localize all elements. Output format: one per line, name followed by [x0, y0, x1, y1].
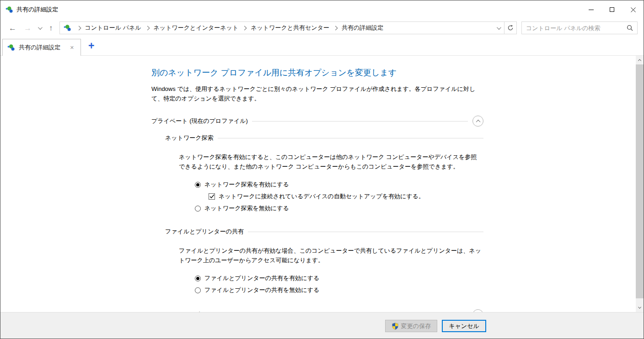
tab-icon [7, 44, 15, 51]
page-title: 別のネットワーク プロファイル用に共有オプションを変更します [151, 67, 483, 78]
cancel-label: キャンセル [449, 322, 479, 330]
search-input[interactable] [526, 25, 627, 32]
maximize-button[interactable] [601, 0, 623, 19]
save-label: 変更の保存 [401, 322, 431, 330]
checkbox-device-autosetup[interactable] [209, 193, 215, 200]
navigation-bar: ← → ↑ コントロール パネル ネットワークとインターネット ネットワークと共… [0, 19, 644, 37]
chevron-right-icon[interactable] [243, 26, 246, 30]
scroll-down-button[interactable] [636, 304, 644, 312]
section-title: プライベート (現在のプロファイル) [151, 117, 248, 125]
minimize-button[interactable] [580, 0, 601, 19]
radio-row-network-discovery-on[interactable]: ネットワーク探索を有効にする [195, 180, 483, 189]
main-content: 別のネットワーク プロファイル用に共有オプションを変更します Windows で… [0, 56, 644, 312]
recent-pages-button[interactable] [35, 26, 45, 30]
refresh-icon [507, 25, 514, 31]
window-title: 共有の詳細設定 [16, 5, 58, 14]
radio-row-file-sharing-off[interactable]: ファイルとプリンターの共有を無効にする [195, 286, 483, 294]
expand-guest-button[interactable] [472, 309, 483, 312]
radio-label[interactable]: ネットワーク探索を無効にする [204, 204, 289, 212]
section-divider [252, 121, 468, 122]
footer-bar: 変更の保存 キャンセル [0, 312, 644, 339]
collapse-private-button[interactable] [472, 116, 483, 127]
section-private-header: プライベート (現在のプロファイル) [151, 116, 483, 127]
nav-arrows: ← → ↑ [5, 23, 57, 33]
radio-row-network-discovery-off[interactable]: ネットワーク探索を無効にする [195, 204, 483, 212]
scrollbar-thumb[interactable] [636, 64, 644, 298]
cancel-button[interactable]: キャンセル [442, 320, 486, 332]
save-button[interactable]: 変更の保存 [385, 320, 437, 332]
radio-network-discovery-on[interactable] [195, 182, 201, 188]
radio-label[interactable]: ファイルとプリンターの共有を無効にする [204, 286, 319, 294]
file-printer-description: ファイルとプリンターの共有が有効な場合、このコンピューターで共有しているファイル… [179, 246, 483, 265]
breadcrumb-item-network-sharing-center[interactable]: ネットワークと共有センター [249, 24, 331, 32]
breadcrumb-item-advanced-sharing[interactable]: 共有の詳細設定 [340, 24, 385, 32]
forward-button[interactable]: → [20, 23, 35, 33]
radio-row-file-sharing-on[interactable]: ファイルとプリンターの共有を有効にする [195, 274, 483, 282]
breadcrumb-app-icon[interactable] [64, 24, 71, 32]
subsection-title: ファイルとプリンターの共有 [165, 228, 244, 236]
section-guest-header: ゲストまたはパブリック [151, 309, 483, 312]
breadcrumb: コントロール パネル ネットワークとインターネット ネットワークと共有センター … [59, 21, 505, 34]
breadcrumb-item-network-internet[interactable]: ネットワークとインターネット [152, 24, 240, 32]
section-title: ゲストまたはパブリック [151, 311, 218, 312]
chevron-right-icon[interactable] [77, 26, 80, 30]
app-icon [5, 6, 13, 13]
window: 共有の詳細設定 ← → ↑ [0, 0, 644, 339]
close-icon [631, 7, 636, 12]
subsection-network-discovery: ネットワーク探索 [165, 134, 483, 142]
window-controls [580, 0, 644, 19]
radio-file-sharing-off[interactable] [195, 287, 201, 293]
tab-label: 共有の詳細設定 [19, 43, 68, 52]
tab-close-button[interactable]: ✕ [68, 44, 76, 51]
close-button[interactable] [623, 0, 644, 19]
section-divider [248, 232, 483, 232]
radio-label[interactable]: ネットワーク探索を有効にする [204, 180, 289, 189]
chevron-up-icon [638, 59, 641, 62]
radio-label[interactable]: ファイルとプリンターの共有を有効にする [204, 274, 319, 282]
tab-bar: 共有の詳細設定 ✕ + [0, 37, 644, 56]
scroll-up-button[interactable] [636, 56, 644, 64]
intro-text: Windows では、使用するネットワークごとに別々のネットワーク プロファイル… [151, 84, 483, 103]
network-discovery-description: ネットワーク探索を有効にすると、このコンピューターは他のネットワーク コンピュー… [179, 152, 483, 171]
chevron-down-icon [638, 306, 641, 309]
shield-icon [392, 323, 399, 330]
chevron-right-icon[interactable] [146, 26, 149, 30]
address-dropdown-button[interactable] [492, 22, 504, 34]
maximize-icon [610, 7, 614, 12]
radio-file-sharing-on[interactable] [195, 275, 201, 281]
chevron-right-icon[interactable] [334, 26, 337, 30]
subsection-file-printer-sharing: ファイルとプリンターの共有 [165, 228, 483, 236]
checkbox-row-device-autosetup[interactable]: ネットワークに接続されているデバイスの自動セットアップを有効にする。 [209, 192, 483, 201]
chevron-down-icon [496, 25, 501, 30]
search-icon[interactable] [627, 25, 633, 31]
back-button[interactable]: ← [5, 23, 20, 33]
chevron-up-icon [476, 119, 480, 124]
chevron-down-icon [38, 25, 43, 30]
subsection-title: ネットワーク探索 [165, 134, 214, 142]
tab-advanced-sharing[interactable]: 共有の詳細設定 ✕ [2, 39, 81, 56]
minimize-icon [589, 10, 594, 10]
refresh-button[interactable] [504, 21, 517, 34]
check-icon [209, 194, 215, 199]
section-divider [218, 138, 483, 138]
breadcrumb-item-control-panel[interactable]: コントロール パネル [84, 24, 143, 32]
up-button[interactable]: ↑ [45, 23, 57, 33]
new-tab-button[interactable]: + [86, 41, 97, 51]
checkbox-label[interactable]: ネットワークに接続されているデバイスの自動セットアップを有効にする。 [219, 192, 424, 201]
title-bar: 共有の詳細設定 [0, 0, 644, 19]
vertical-scrollbar[interactable] [636, 56, 644, 312]
radio-network-discovery-off[interactable] [195, 206, 201, 212]
search-box [521, 21, 638, 34]
